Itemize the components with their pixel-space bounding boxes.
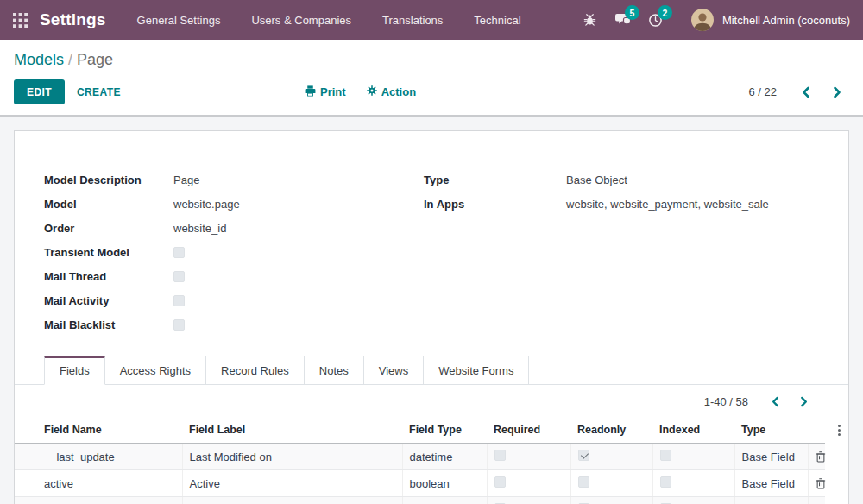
tab-website-forms[interactable]: Website Forms bbox=[424, 356, 529, 384]
field-label: Mail Activity bbox=[44, 294, 173, 307]
cell-field-label[interactable]: View Architecture bbox=[182, 497, 402, 504]
form-sheet: Model Description Page Model website.pag… bbox=[14, 130, 849, 504]
field-transient-model: Transient Model bbox=[44, 240, 424, 264]
field-value: website, website_payment, website_sale bbox=[566, 198, 769, 211]
list-pager: 1-40 / 58 bbox=[15, 385, 848, 417]
mail-thread-checkbox[interactable] bbox=[173, 271, 185, 282]
field-value: website.page bbox=[173, 198, 240, 211]
column-required[interactable]: Required bbox=[487, 417, 570, 444]
printer-icon bbox=[305, 85, 316, 99]
column-field-name[interactable]: Field Name bbox=[15, 417, 182, 444]
list-header-row: Field Name Field Label Field Type Requir… bbox=[15, 417, 825, 444]
tab-record-rules[interactable]: Record Rules bbox=[206, 356, 305, 384]
field-value: website_id bbox=[173, 222, 226, 235]
table-row[interactable]: __last_update Last Modified on datetime … bbox=[15, 444, 825, 470]
mail-blacklist-checkbox[interactable] bbox=[173, 319, 185, 331]
table-row[interactable]: arch View Architecture text Base Field bbox=[15, 497, 825, 504]
tab-notes[interactable]: Notes bbox=[305, 356, 364, 384]
app-name[interactable]: Settings bbox=[40, 10, 106, 29]
column-type[interactable]: Type bbox=[734, 417, 808, 444]
menu-general-settings[interactable]: General Settings bbox=[137, 14, 221, 27]
breadcrumb-models[interactable]: Models bbox=[14, 51, 64, 68]
messages-icon[interactable]: 5 bbox=[610, 7, 636, 33]
indexed-checkbox[interactable] bbox=[660, 450, 671, 461]
tab-fields[interactable]: Fields bbox=[44, 356, 105, 385]
required-checkbox[interactable] bbox=[494, 476, 506, 488]
apps-grid-icon[interactable] bbox=[13, 13, 28, 28]
form-view: Model Description Page Model website.pag… bbox=[0, 117, 863, 504]
form-left-column: Model Description Page Model website.pag… bbox=[44, 167, 424, 337]
action-label: Action bbox=[381, 85, 416, 98]
tab-views[interactable]: Views bbox=[364, 356, 424, 384]
print-label: Print bbox=[320, 85, 346, 98]
list-pager-next-icon[interactable] bbox=[795, 394, 814, 409]
cell-type[interactable]: Base Field bbox=[734, 470, 808, 497]
user-avatar[interactable] bbox=[691, 9, 714, 31]
field-label: Order bbox=[44, 222, 173, 235]
activities-icon[interactable]: 2 bbox=[643, 7, 669, 33]
cell-type[interactable]: Base Field bbox=[734, 444, 808, 470]
control-panel-actions: Print Action bbox=[305, 79, 416, 104]
table-row[interactable]: active Active boolean Base Field bbox=[15, 470, 825, 497]
cell-field-name[interactable]: __last_update bbox=[15, 444, 182, 470]
transient-model-checkbox[interactable] bbox=[173, 247, 185, 258]
optional-columns-toggle-icon[interactable] bbox=[838, 425, 841, 436]
cell-field-label[interactable]: Last Modified on bbox=[182, 444, 402, 470]
delete-row-icon[interactable] bbox=[816, 477, 826, 489]
mail-activity-checkbox[interactable] bbox=[173, 295, 185, 306]
pager-previous-icon[interactable] bbox=[796, 85, 816, 100]
pager-next-icon[interactable] bbox=[828, 85, 847, 100]
menu-technical[interactable]: Technical bbox=[474, 14, 520, 27]
action-menu-button[interactable]: Action bbox=[367, 85, 416, 98]
breadcrumb-separator: / bbox=[68, 51, 72, 68]
user-menu[interactable]: Mitchell Admin (coconuts) bbox=[722, 14, 850, 27]
column-delete bbox=[808, 417, 825, 444]
control-panel: Models/Page EDIT CREATE Print bbox=[0, 40, 863, 117]
navbar-menus: General Settings Users & Companies Trans… bbox=[137, 14, 521, 27]
tab-access-rights[interactable]: Access Rights bbox=[105, 356, 206, 384]
cell-field-type[interactable]: boolean bbox=[402, 470, 487, 497]
list-pager-value: 1-40 / 58 bbox=[704, 395, 748, 408]
field-mail-blacklist: Mail Blacklist bbox=[44, 312, 424, 337]
field-model-description: Model Description Page bbox=[44, 167, 424, 192]
cell-field-name[interactable]: active bbox=[15, 470, 182, 497]
column-field-label[interactable]: Field Label bbox=[182, 417, 402, 444]
breadcrumb-current: Page bbox=[77, 51, 113, 68]
debug-bug-icon[interactable] bbox=[577, 7, 603, 33]
readonly-checkbox[interactable] bbox=[578, 450, 589, 461]
field-mail-activity: Mail Activity bbox=[44, 288, 424, 312]
fields-list: Field Name Field Label Field Type Requir… bbox=[15, 417, 824, 504]
field-type: Type Base Object bbox=[424, 167, 848, 192]
field-label: Mail Blacklist bbox=[44, 318, 173, 331]
breadcrumb: Models/Page bbox=[14, 51, 849, 69]
readonly-checkbox[interactable] bbox=[578, 476, 589, 488]
cell-field-name[interactable]: arch bbox=[15, 497, 182, 504]
menu-users-companies[interactable]: Users & Companies bbox=[251, 14, 351, 27]
form-right-column: Type Base Object In Apps website, websit… bbox=[424, 167, 848, 337]
cell-field-label[interactable]: Active bbox=[182, 470, 402, 497]
messages-badge: 5 bbox=[625, 5, 639, 20]
column-indexed[interactable]: Indexed bbox=[652, 417, 734, 444]
indexed-checkbox[interactable] bbox=[660, 476, 671, 488]
column-field-type[interactable]: Field Type bbox=[402, 417, 487, 444]
create-button[interactable]: CREATE bbox=[65, 79, 133, 104]
menu-translations[interactable]: Translations bbox=[382, 14, 443, 27]
field-label: Mail Thread bbox=[44, 270, 173, 283]
field-in-apps: In Apps website, website_payment, websit… bbox=[424, 192, 848, 216]
print-menu-button[interactable]: Print bbox=[305, 85, 346, 99]
list-pager-previous-icon[interactable] bbox=[765, 394, 784, 409]
cell-field-type[interactable]: datetime bbox=[402, 444, 487, 470]
required-checkbox[interactable] bbox=[494, 450, 506, 461]
cell-type[interactable]: Base Field bbox=[734, 497, 808, 504]
field-label: Model Description bbox=[44, 173, 173, 186]
notebook-tabs: Fields Access Rights Record Rules Notes … bbox=[15, 356, 848, 385]
field-label: Model bbox=[44, 198, 173, 211]
edit-button[interactable]: EDIT bbox=[14, 79, 65, 104]
field-mail-thread: Mail Thread bbox=[44, 264, 424, 288]
pager-value: 6 / 22 bbox=[748, 85, 777, 98]
column-readonly[interactable]: Readonly bbox=[570, 417, 652, 444]
top-navbar: Settings General Settings Users & Compan… bbox=[0, 0, 863, 40]
field-label: In Apps bbox=[424, 198, 566, 211]
cell-field-type[interactable]: text bbox=[402, 497, 487, 504]
delete-row-icon[interactable] bbox=[816, 450, 826, 463]
